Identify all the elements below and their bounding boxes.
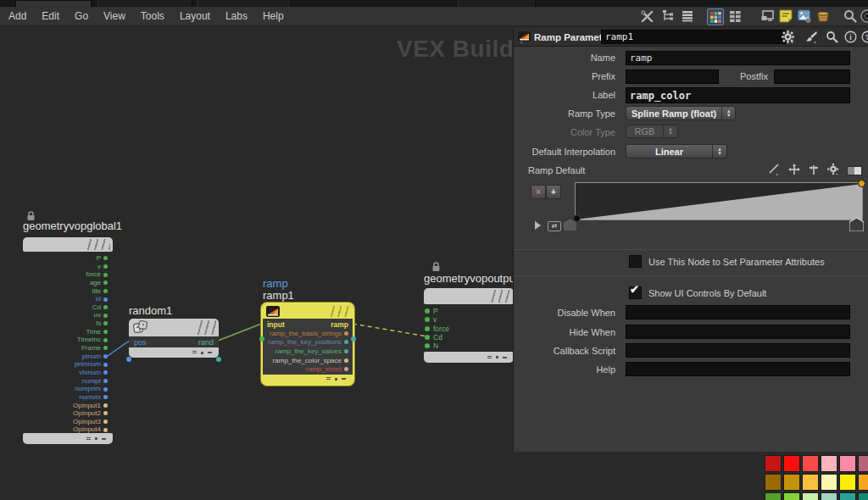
desktop-tab[interactable] (197, 0, 292, 7)
port-dot[interactable] (103, 411, 108, 415)
spinner-arrows-icon[interactable]: ▲▼ (721, 107, 735, 119)
default-interpolation-dropdown[interactable]: Linear ▲▼ (626, 144, 727, 158)
ramp-type-dropdown[interactable]: Spline Ramp (float) ▲▼ (626, 106, 736, 120)
port-dot[interactable] (344, 358, 348, 363)
search-icon[interactable] (825, 30, 839, 44)
palette-swatch[interactable] (765, 474, 782, 491)
tree-view-icon[interactable] (660, 8, 676, 24)
port-dot[interactable] (103, 363, 108, 367)
port-dot[interactable] (216, 357, 221, 362)
brush-icon[interactable] (804, 30, 818, 44)
output-port[interactable]: life (92, 287, 109, 296)
output-port[interactable]: uv (94, 311, 109, 319)
output-port[interactable]: v (97, 263, 109, 271)
port-dot[interactable] (103, 338, 108, 342)
output-port[interactable]: OpInput1 (73, 402, 109, 410)
port-dot[interactable] (103, 379, 108, 383)
node-body-global[interactable] (23, 237, 113, 252)
hide-when-field[interactable] (626, 325, 850, 339)
input-port[interactable]: force (425, 325, 449, 333)
port-dot[interactable] (425, 335, 430, 340)
menu-item-tools[interactable]: Tools (141, 7, 164, 25)
port-dot[interactable] (103, 314, 108, 318)
menu-item-help[interactable]: Help (263, 7, 284, 25)
output-port[interactable]: Frame (81, 344, 109, 353)
input-port-label[interactable]: input (267, 320, 285, 329)
tools-icon[interactable] (639, 8, 654, 24)
port-dot[interactable] (126, 357, 131, 362)
cycle-icon[interactable]: ⇄ (548, 221, 561, 231)
palette-swatch[interactable] (783, 455, 800, 472)
port-dot[interactable] (344, 340, 348, 344)
output-port[interactable]: numprim (75, 385, 109, 393)
output-port[interactable]: id (96, 295, 109, 303)
output-port[interactable]: OpInput3 (73, 418, 109, 426)
node-footer-random[interactable] (129, 347, 219, 358)
port-dot[interactable] (259, 336, 264, 342)
node-title-global[interactable]: geometryvopglobal1 (23, 219, 122, 232)
port-dot[interactable] (103, 419, 108, 424)
spinner-arrows-icon[interactable]: ▲▼ (712, 145, 726, 158)
node-title-random[interactable]: random1 (129, 304, 172, 317)
port-dot[interactable] (103, 370, 108, 375)
list-view-icon[interactable] (680, 8, 695, 24)
port-dot[interactable] (103, 305, 108, 309)
output-port[interactable]: numvtx (79, 393, 109, 402)
node-flag-icon[interactable] (201, 352, 203, 354)
palette-swatch[interactable] (765, 455, 782, 472)
menu-item-add[interactable]: Add (8, 7, 26, 25)
input-port[interactable]: Cd (425, 333, 449, 342)
port-dot[interactable] (425, 317, 430, 322)
label-field[interactable] (626, 87, 850, 103)
desktop-tab[interactable] (97, 0, 192, 7)
node-title-ramp1[interactable]: ramp1 (263, 289, 294, 302)
ramp-handle-end[interactable] (849, 218, 864, 231)
node-footer-ramp[interactable] (263, 375, 353, 384)
palette-swatch[interactable] (839, 492, 856, 500)
node-box-icon[interactable] (760, 8, 775, 24)
node-flag-icon[interactable] (342, 378, 346, 380)
gradient-preview-icon[interactable] (847, 166, 862, 175)
output-port[interactable]: age (90, 279, 109, 287)
port-dot[interactable] (103, 428, 108, 432)
parameter-grid-icon[interactable] (727, 8, 743, 24)
port-dot[interactable] (103, 395, 108, 399)
operator-name-input[interactable] (601, 30, 786, 44)
output-port[interactable]: P (97, 254, 109, 263)
port-dot[interactable] (103, 264, 108, 269)
output-port[interactable]: primnum (75, 360, 109, 369)
port-dot[interactable] (425, 308, 430, 314)
sticky-note-icon[interactable] (778, 8, 793, 24)
port-dot[interactable] (103, 281, 108, 285)
callback-script-field[interactable] (626, 343, 850, 358)
palette-swatch[interactable] (821, 455, 837, 472)
node-footer-global[interactable] (23, 433, 113, 444)
menu-item-labs[interactable]: Labs (225, 7, 248, 25)
menu-item-view[interactable]: View (103, 7, 125, 25)
node-flag-icon[interactable] (192, 351, 197, 354)
disable-when-field[interactable] (626, 305, 850, 319)
palette-swatch[interactable] (858, 455, 868, 472)
port-dot[interactable] (103, 273, 108, 277)
output-port-label[interactable]: rand (198, 338, 214, 347)
port-dot[interactable] (344, 367, 348, 371)
node-flag-icon[interactable] (503, 357, 507, 358)
port-dot[interactable] (425, 326, 430, 331)
set-parameter-attributes-checkbox[interactable] (629, 255, 642, 268)
node-flag-icon[interactable] (86, 437, 91, 441)
node-flag-icon[interactable] (496, 356, 498, 358)
name-field[interactable] (626, 51, 850, 65)
info-icon[interactable]: i (843, 30, 858, 44)
ramp-extra-port[interactable]: ramp_the_basis_strings (263, 329, 353, 338)
input-port-label[interactable]: pos (134, 338, 147, 347)
palette-swatch[interactable] (802, 492, 819, 500)
remove-point-button[interactable]: × (531, 185, 546, 199)
node-footer-output[interactable] (424, 352, 514, 363)
port-dot[interactable] (103, 321, 108, 325)
background-image-icon[interactable] (797, 8, 812, 24)
port-dot[interactable] (351, 336, 356, 342)
output-port[interactable]: Time (86, 328, 109, 336)
ramp-extra-port[interactable]: ramp_the_key_values (263, 347, 353, 356)
node-title-output[interactable]: geometryvopoutput1 (424, 272, 525, 285)
palette-swatch[interactable] (765, 492, 782, 500)
